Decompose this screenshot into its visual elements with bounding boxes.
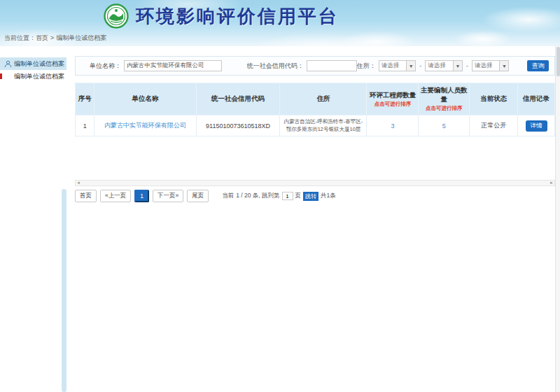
user-icon [4,60,12,68]
unit-name-label: 单位名称： [90,62,121,71]
scroll-left-icon[interactable]: ◄ [76,181,81,186]
col-engineer-count-sort[interactable]: 环评工程师数量 点击可进行排序 [367,83,419,115]
district-select[interactable]: 请选择 ▼ [472,60,510,71]
breadcrumb: 当前位置：首页>编制单位诚信档案 [0,32,560,43]
col-credit-record: 信用记录 [518,83,555,115]
breadcrumb-home-link[interactable]: 首页 [36,34,48,41]
select-separator: - [419,62,421,69]
scroll-right-icon[interactable]: ► [549,181,554,186]
cell-index: 1 [76,115,94,136]
staff-count-link[interactable]: 5 [442,122,446,130]
detail-button[interactable]: 详情 [526,120,547,132]
table-header-row: 序号 单位名称 统一社会信用代码 住所 环评工程师数量 点击可进行排序 主要编制… [76,83,555,115]
chevron-down-icon[interactable]: ▼ [406,61,415,71]
app-header: 环境影响评价信用平台 当前位置：首页>编制单位诚信档案 [0,0,560,46]
col-staff-count-label: 主要编制人员数量 [421,86,468,103]
active-red-marker [0,74,2,79]
city-select-value: 请选择 [426,62,453,70]
next-page-button[interactable]: 下一页» [153,190,183,202]
cell-credit-code: 9115010073610518XD [196,115,280,136]
prev-page-button[interactable]: «上一页 [100,190,131,202]
vertical-scrollbar-thumb[interactable] [556,47,560,76]
vertical-scrollbar[interactable] [555,46,560,392]
table-row: 1 内蒙古中实节能环保有限公司 9115010073610518XD 内蒙古自治… [76,115,555,136]
address-label: 住所： [357,62,376,71]
pagination-info-prefix: 当前 [222,192,234,200]
cell-status: 正常公开 [470,115,518,136]
col-credit-code: 统一社会信用代码 [196,83,280,115]
col-address: 住所 [280,83,367,115]
pagination: 首页 «上一页 1 下一页» 尾页 当前 1 / 20 条, 跳到第 页 跳转 … [75,190,555,202]
select-separator: - [466,62,468,69]
last-page-button[interactable]: 尾页 [187,190,209,202]
district-select-value: 请选择 [472,62,500,70]
content-spacer [75,136,555,180]
breadcrumb-prefix: 当前位置： [4,34,36,41]
sidebar: 编制单位诚信档案 编制单位诚信档案 [0,57,66,83]
sidebar-subitem-credit-archive[interactable]: 编制单位诚信档案 [0,70,66,83]
sidebar-item-credit-archive[interactable]: 编制单位诚信档案 [0,57,66,70]
sidebar-scrollbar[interactable] [62,189,66,392]
col-staff-count-sort[interactable]: 主要编制人员数量 点击可进行排序 [419,83,470,115]
credit-code-label: 统一社会信用代码： [247,62,304,71]
search-button[interactable]: 查询 [527,60,549,71]
horizontal-scrollbar[interactable]: ◄ ► [75,180,555,186]
unit-name-link[interactable]: 内蒙古中实节能环保有限公司 [104,122,186,129]
unit-name-input[interactable] [124,60,222,71]
main-content: 单位名称： 统一社会信用代码： 住所： 请选择 ▼ - 请选择 ▼ - 请选择 … [75,56,555,202]
province-select[interactable]: 请选择 ▼ [379,60,416,71]
chevron-down-icon[interactable]: ▼ [453,61,462,71]
pagination-info-counts: 1 / 20 条, 跳到第 [236,192,279,200]
cell-address: 内蒙古自治区-呼和浩特市-赛罕区-鄂尔多斯东街12号银联大厦10层 [280,115,367,136]
filter-bar: 单位名称： 统一社会信用代码： 住所： 请选择 ▼ - 请选择 ▼ - 请选择 … [75,56,555,76]
pagination-total: 共1条 [321,192,336,200]
engineer-count-link[interactable]: 3 [391,122,394,130]
jump-button[interactable]: 跳转 [303,192,318,201]
breadcrumb-current: 编制单位诚信档案 [56,34,106,41]
sort-hint: 点击可进行排序 [368,101,417,108]
pagination-page-unit: 页 [295,192,302,200]
credit-code-input[interactable] [307,60,357,71]
col-engineer-count-label: 环评工程师数量 [370,91,416,99]
current-page-button[interactable]: 1 [134,190,149,202]
header-title-row: 环境影响评价信用平台 [0,0,560,32]
col-status: 当前状态 [470,83,518,115]
mee-logo-icon [104,4,129,29]
page-title: 环境影响评价信用平台 [136,4,339,29]
col-index: 序号 [76,83,94,115]
col-unit-name: 单位名称 [94,83,196,115]
sort-hint: 点击可进行排序 [419,105,468,112]
units-table: 序号 单位名称 统一社会信用代码 住所 环评工程师数量 点击可进行排序 主要编制… [75,83,555,136]
pagination-info: 当前 1 / 20 条, 跳到第 页 跳转 共1条 [222,192,338,201]
sidebar-subitem-label: 编制单位诚信档案 [14,72,64,81]
breadcrumb-separator: > [50,34,54,41]
province-select-value: 请选择 [379,62,407,70]
jump-page-input[interactable] [282,192,293,200]
chevron-down-icon[interactable]: ▼ [499,61,508,71]
first-page-button[interactable]: 首页 [75,190,97,202]
sidebar-item-label: 编制单位诚信档案 [14,59,64,69]
city-select[interactable]: 请选择 ▼ [425,60,463,71]
